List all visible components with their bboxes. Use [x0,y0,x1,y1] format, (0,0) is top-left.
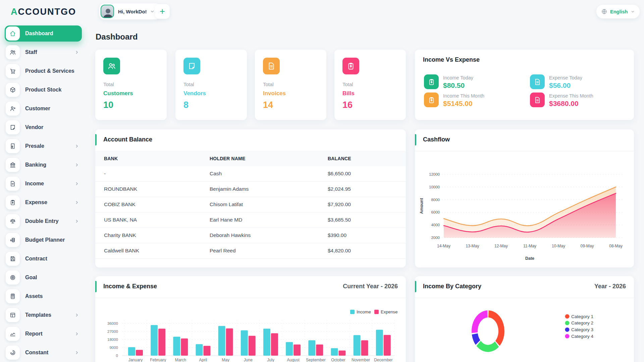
bar-income-october [331,348,338,356]
chart-text: 9000 [109,346,118,350]
bar-income-july [263,328,270,356]
stat-value: 14 [263,100,273,110]
bar-income-february [151,325,158,356]
ive-icon-tile [424,74,439,89]
sidebar-item-dashboard[interactable]: Dashboard [5,25,82,42]
chart-text: 12-May [494,244,508,248]
ive-icon-tile [530,74,545,89]
sidebar-icon-tile [6,308,20,322]
sidebar-item-templates[interactable]: Templates [5,307,82,323]
sidebar-icon-tile [6,270,20,285]
bar-expense-september [316,345,323,356]
home-icon [9,30,16,37]
note-icon [187,62,196,70]
stat-icon-tile [103,58,120,74]
sidebar-item-expense[interactable]: Expense [5,194,82,210]
bar-income-april [196,344,203,356]
users-icon [9,49,16,56]
sidebar-icon-tile [6,214,20,228]
chart-text: 13-May [466,244,479,248]
sidebar-item-contract[interactable]: Contract [5,251,82,267]
legend-dot [565,327,570,332]
sidebar-item-vendor[interactable]: Vendor [5,119,82,135]
note-icon [9,124,16,131]
sidebar-item-constant[interactable]: Constant [5,345,82,361]
layout-icon [9,312,16,318]
sidebar-item-product-stock[interactable]: Product Stock [5,82,82,98]
coins-icon [9,237,16,243]
page-title: Dashboard [96,32,138,42]
legend-dot [565,314,570,319]
sidebar-icon-tile [6,139,20,153]
sidebar-item-double-entry[interactable]: Double Entry [5,213,82,229]
sidebar-icon-tile [6,233,20,247]
stat-icon-tile [263,58,280,74]
sidebar-icon-tile [6,158,20,172]
file-text-icon [534,96,541,104]
table-cell: Charity BANK [104,232,136,238]
floppy-icon [9,255,16,262]
chart-text: 6000 [431,210,440,214]
stat-total-label: Total [183,81,194,87]
sidebar-icon-tile [6,195,20,209]
sidebar-icon-tile [6,177,20,191]
chevron-down-icon [631,9,635,14]
table-cell: Caldwell BANK [104,248,139,254]
bar-income-september [308,340,315,356]
user-menu[interactable]: Hi, WorkDo! [99,3,160,19]
sidebar-icon-tile [6,346,20,360]
sidebar-icon-tile [6,64,20,78]
chart-text: March [175,358,186,362]
income-expense-panel: Income & Expense Current Year - 2026 360… [95,276,406,362]
sidebar-item-goal[interactable]: Goal [5,269,82,286]
sidebar-item-budget-planner[interactable]: Budget Planner [5,232,82,248]
bar-income-december [376,330,383,356]
chart-text: July [267,358,274,362]
logo-accent-letter: A [11,7,18,17]
chart-text: 10-May [552,244,565,248]
account-balance-panel: Account Balance BANKHOLDER NAMEBALANCE -… [95,129,406,267]
income-expense-chart: 36000270001800090000JanuaryFebruaryMarch… [95,276,406,362]
sidebar-item-customer[interactable]: Customer [5,101,82,117]
table-cell: Deborah Hawkins [210,232,251,238]
sidebar-item-product-services[interactable]: Product & Services [5,63,82,79]
ive-value: $80.50 [443,81,465,89]
column-header-holder-name: HOLDER NAME [210,156,245,161]
chart-text: 08-May [609,244,623,248]
donut-segment-2 [476,341,499,352]
chart-text: October [331,358,345,362]
donut-segment-1 [488,310,504,346]
table-cell: Cash [210,171,222,177]
sidebar-item-label: Budget Planner [25,237,65,243]
sidebar-item-label: Banking [25,162,46,168]
sidebar-item-banking[interactable]: Banking [5,157,82,173]
chart-text: June [244,358,253,362]
sidebar-item-label: Double Entry [25,218,59,224]
chart-icon [9,330,16,337]
cube-icon [9,86,16,93]
chart-text: Income [357,309,371,314]
stat-icon-tile [342,58,359,74]
table-cell: Benjamin Adams [210,186,249,192]
chart-text: 11-May [523,244,536,248]
app-logo: ACCOUNTGO [11,7,76,17]
ive-value: $5145.00 [443,100,473,108]
sidebar-item-label: Staff [25,49,37,55]
sidebar-item-report[interactable]: Report [5,326,82,342]
sidebar-icon-tile [6,83,20,97]
chevron-right-icon [74,313,79,317]
sidebar-item-presale[interactable]: Presale [5,138,82,154]
table-row: -Cash$6,650.00 [95,166,406,182]
spiral-icon [9,349,16,356]
stat-value: 8 [183,100,189,110]
language-label: English [610,9,628,14]
sidebar-item-staff[interactable]: Staff [5,44,82,60]
sidebar-item-assets[interactable]: Assets [5,288,82,304]
sidebar-item-income[interactable]: Income [5,176,82,192]
language-selector[interactable]: English [596,5,640,18]
chart-text: 2000 [431,236,440,240]
stat-card-invoices: TotalInvoices14 [255,50,326,120]
table-row: US BANK, NAEarl Hane MD$3,685.50 [95,213,406,228]
bar-expense-february [158,328,165,356]
add-button[interactable]: + [155,4,170,19]
